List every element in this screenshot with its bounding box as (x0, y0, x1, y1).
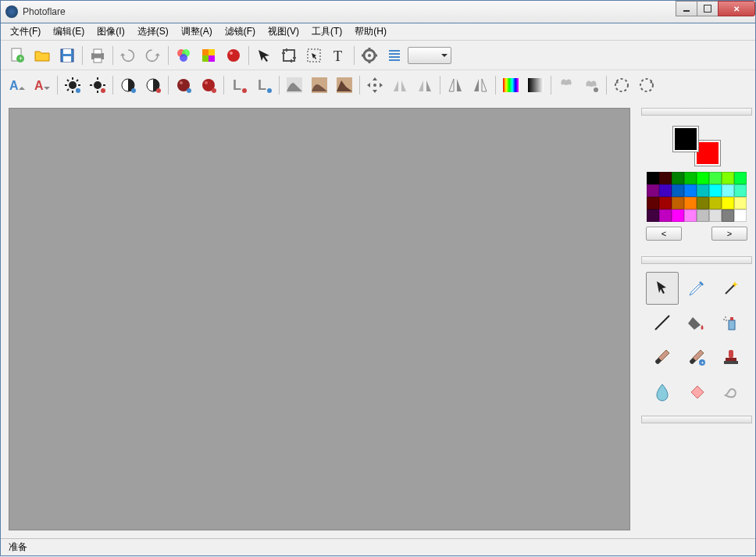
palette-next-button[interactable]: > (711, 227, 747, 241)
list-icon[interactable] (383, 44, 406, 67)
zoom-dropdown[interactable] (408, 47, 451, 64)
saturation-down-icon[interactable] (197, 73, 220, 97)
menu-help[interactable]: 帮助(H) (348, 23, 393, 40)
palette-swatch[interactable] (659, 172, 672, 184)
new-file-icon[interactable]: + (5, 44, 29, 67)
brush-plus-tool[interactable]: + (680, 341, 713, 373)
red-circle-icon[interactable] (222, 44, 245, 67)
foreground-color[interactable] (673, 127, 698, 152)
palette-swatch[interactable] (722, 209, 734, 222)
rotate-cw-icon[interactable] (635, 73, 658, 97)
contrast-down-icon[interactable] (141, 73, 165, 97)
text-a-red-icon[interactable]: A (30, 73, 54, 97)
move-icon[interactable] (363, 73, 387, 97)
eraser-tool[interactable] (680, 375, 713, 408)
palette-swatch[interactable] (647, 209, 659, 222)
close-button[interactable] (718, 1, 755, 16)
menu-tools[interactable]: 工具(T) (305, 23, 348, 40)
palette-swatch[interactable] (722, 184, 734, 197)
butterfly2-icon[interactable] (579, 73, 603, 97)
options-panel-header[interactable] (641, 416, 752, 423)
menu-image[interactable]: 图像(I) (91, 23, 130, 40)
smudge-tool[interactable] (715, 375, 747, 408)
background-color[interactable] (695, 141, 720, 166)
pointer-tool[interactable] (646, 272, 679, 305)
flip-h-icon[interactable] (444, 73, 467, 97)
histogram2-icon[interactable] (308, 73, 331, 97)
crop-icon[interactable] (277, 44, 301, 67)
palette-swatch[interactable] (647, 197, 659, 209)
palette-swatch[interactable] (734, 197, 747, 209)
palette-swatch[interactable] (647, 172, 659, 184)
contrast-up-icon[interactable] (116, 73, 140, 97)
grayscale-icon[interactable] (524, 73, 547, 97)
save-icon[interactable] (55, 44, 79, 67)
rotate-ccw-icon[interactable] (610, 73, 633, 97)
menu-adjust[interactable]: 调整(A) (175, 23, 219, 40)
palette-swatch[interactable] (709, 184, 722, 197)
select-rect-icon[interactable] (302, 44, 326, 67)
print-icon[interactable] (86, 44, 109, 67)
stamp-tool[interactable] (715, 341, 747, 373)
palette-swatch[interactable] (734, 184, 747, 197)
palette-swatch[interactable] (697, 172, 709, 184)
palette-swatch[interactable] (734, 209, 747, 222)
blur-tool[interactable] (646, 375, 679, 408)
line-tool[interactable] (646, 306, 679, 339)
color-picker-tool[interactable] (680, 272, 713, 305)
palette-swatch[interactable] (672, 209, 684, 222)
palette-swatch[interactable] (722, 172, 734, 184)
palette-swatch[interactable] (684, 172, 697, 184)
palette-swatch[interactable] (659, 209, 672, 222)
palette-swatch[interactable] (659, 197, 672, 209)
maximize-button[interactable] (697, 1, 719, 16)
brush-tool[interactable] (646, 341, 679, 373)
palette-swatch[interactable] (697, 184, 709, 197)
palette-prev-button[interactable]: < (646, 227, 682, 241)
checker-icon[interactable] (197, 44, 220, 67)
arrow-tool-icon[interactable] (252, 44, 276, 67)
palette-swatch[interactable] (659, 184, 672, 197)
flip-v-gray-icon[interactable] (413, 73, 437, 97)
minimize-button[interactable] (676, 1, 697, 16)
magic-wand-tool[interactable] (715, 272, 747, 305)
histogram3-icon[interactable] (333, 73, 356, 97)
palette-swatch[interactable] (684, 197, 697, 209)
rainbow-icon[interactable] (499, 73, 522, 97)
brightness-up-icon[interactable] (61, 73, 84, 97)
open-file-icon[interactable] (30, 44, 54, 67)
flip-h-gray-icon[interactable] (388, 73, 412, 97)
redo-icon[interactable] (141, 44, 165, 67)
palette-swatch[interactable] (684, 184, 697, 197)
palette-swatch[interactable] (709, 172, 722, 184)
brightness-down-icon[interactable] (86, 73, 109, 97)
rgb-circles-icon[interactable] (172, 44, 195, 67)
color-indicator[interactable] (673, 127, 720, 166)
settings-icon[interactable] (358, 44, 381, 67)
palette-swatch[interactable] (672, 197, 684, 209)
menu-view[interactable]: 视图(V) (262, 23, 305, 40)
color-panel-header[interactable] (641, 108, 752, 116)
canvas[interactable] (9, 108, 630, 530)
tools-panel-header[interactable] (641, 256, 752, 264)
gamma-L-icon[interactable]: L (227, 73, 251, 97)
text-icon[interactable]: T (327, 44, 351, 67)
text-a-blue-icon[interactable]: A (5, 73, 29, 97)
palette-swatch[interactable] (709, 197, 722, 209)
palette-swatch[interactable] (672, 184, 684, 197)
histogram1-icon[interactable] (283, 73, 306, 97)
palette-swatch[interactable] (722, 197, 734, 209)
saturation-up-icon[interactable] (172, 73, 195, 97)
palette-swatch[interactable] (709, 209, 722, 222)
flip-v-icon[interactable] (469, 73, 492, 97)
menu-edit[interactable]: 编辑(E) (47, 23, 91, 40)
butterfly1-icon[interactable] (555, 73, 578, 97)
palette-swatch[interactable] (672, 172, 684, 184)
undo-icon[interactable] (116, 44, 140, 67)
menu-select[interactable]: 选择(S) (131, 23, 175, 40)
menu-file[interactable]: 文件(F) (4, 23, 47, 40)
palette-swatch[interactable] (697, 209, 709, 222)
spray-tool[interactable] (715, 306, 747, 339)
palette-swatch[interactable] (647, 184, 659, 197)
bucket-fill-tool[interactable] (680, 306, 713, 339)
